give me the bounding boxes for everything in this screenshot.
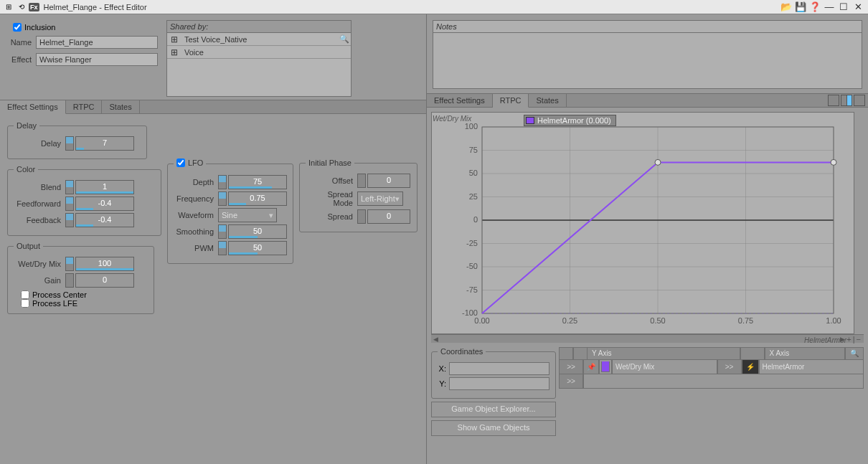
xaxis-header: X Axis bbox=[765, 347, 846, 360]
svg-text:50: 50 bbox=[469, 169, 478, 177]
svg-text:0.50: 0.50 bbox=[650, 316, 665, 325]
svg-text:0: 0 bbox=[473, 215, 478, 224]
tab-states-r[interactable]: States bbox=[529, 94, 566, 107]
shared-item[interactable]: ⊞ Voice bbox=[167, 46, 351, 59]
spread-mode-dropdown[interactable]: Left-Right bbox=[357, 191, 403, 206]
right-tabs: Effect Settings RTPC States bbox=[427, 93, 868, 108]
chart-scrollbar[interactable]: ◀▶ +|− bbox=[431, 334, 864, 343]
axis-table: Y Axis X Axis 🔍 >> 📌 Wet/Dry Mix >> ⚡ He… bbox=[559, 347, 864, 436]
process-lfe-checkbox[interactable]: Process LFE bbox=[21, 299, 148, 308]
depth-slider[interactable]: 75 bbox=[218, 175, 287, 189]
x-goto-button[interactable]: >> bbox=[717, 360, 742, 374]
svg-text:0.75: 0.75 bbox=[738, 316, 753, 325]
rtpc-chart[interactable]: Wet/Dry Mix HelmetArmor (0.000) 0.000.25… bbox=[427, 108, 868, 347]
save-icon[interactable]: 💾 bbox=[795, 1, 806, 13]
open-icon[interactable]: 📂 bbox=[780, 1, 792, 13]
layout-split[interactable] bbox=[841, 95, 852, 106]
notes-box[interactable]: Notes bbox=[433, 20, 862, 89]
feedback-slider[interactable]: -0.4 bbox=[65, 213, 134, 227]
rtpc-type-icon: ⚡ bbox=[742, 360, 759, 374]
color-group: Color Blend 1 Feedforward -0.4 bbox=[7, 165, 161, 236]
svg-text:100: 100 bbox=[465, 122, 478, 131]
yaxis-name[interactable]: Wet/Dry Mix bbox=[612, 360, 717, 374]
effect-type-input[interactable] bbox=[36, 53, 158, 66]
xaxis-btn-header bbox=[740, 347, 765, 360]
svg-text:0.00: 0.00 bbox=[474, 316, 489, 325]
shared-item[interactable]: ⊞ Test Voice_Native 🔍 bbox=[167, 33, 351, 46]
phase-group: Initial Phase Offset 0 Spread Mode Left-… bbox=[299, 158, 418, 232]
svg-text:-75: -75 bbox=[466, 285, 478, 294]
layout-single[interactable] bbox=[828, 95, 839, 106]
tab-effect-settings[interactable]: Effect Settings bbox=[0, 100, 66, 114]
lfo-group: LFO Depth 75 Frequency 0.75 bbox=[167, 158, 293, 264]
wetdry-slider[interactable]: 100 bbox=[65, 257, 134, 271]
name-input[interactable] bbox=[36, 36, 158, 49]
y-goto-button[interactable]: >> bbox=[559, 360, 583, 374]
smoothing-slider[interactable]: 50 bbox=[218, 224, 287, 239]
lfo-checkbox[interactable]: LFO bbox=[176, 158, 203, 167]
fx-icon: Fx bbox=[29, 3, 39, 11]
minimize-button[interactable]: — bbox=[824, 1, 835, 13]
help-icon[interactable]: ❓ bbox=[809, 1, 821, 13]
pin-icon[interactable]: 📌 bbox=[583, 360, 599, 374]
shared-by-header: Shared by: bbox=[167, 21, 351, 33]
link-icon: ⟲ bbox=[16, 1, 27, 13]
maximize-button[interactable]: ☐ bbox=[838, 1, 849, 13]
xaxis-name[interactable]: HelmetArmor bbox=[759, 360, 864, 374]
bus-icon: ⊞ bbox=[167, 34, 181, 44]
tab-rtpc-r[interactable]: RTPC bbox=[493, 94, 529, 108]
titlebar: ⊞ ⟲ Fx Helmet_Flange - Effect Editor 📂 💾… bbox=[0, 0, 868, 14]
axis-row[interactable]: >> 📌 Wet/Dry Mix >> ⚡ HelmetArmor bbox=[559, 360, 864, 374]
delay-slider[interactable]: 7 bbox=[65, 136, 134, 151]
left-tabs: Effect Settings RTPC States bbox=[0, 100, 426, 114]
effect-label: Effect bbox=[6, 55, 32, 64]
app-icon: ⊞ bbox=[3, 1, 14, 13]
svg-text:1.00: 1.00 bbox=[826, 316, 841, 325]
output-group: Output Wet/Dry Mix 100 Gain 0 bbox=[7, 242, 154, 314]
svg-point-31 bbox=[655, 159, 661, 165]
left-pane: Inclusion Name Effect Shared by: ⊞ Test … bbox=[0, 14, 427, 464]
search-icon[interactable]: 🔍 bbox=[338, 34, 351, 44]
inclusion-checkbox[interactable]: Inclusion bbox=[13, 23, 158, 32]
svg-point-32 bbox=[831, 159, 836, 165]
svg-text:0.25: 0.25 bbox=[562, 316, 577, 325]
window-title: Helmet_Flange - Effect Editor bbox=[41, 3, 147, 11]
tab-effect-settings-r[interactable]: Effect Settings bbox=[427, 94, 493, 107]
layout-full[interactable] bbox=[854, 95, 865, 106]
svg-text:75: 75 bbox=[469, 146, 478, 154]
series-color[interactable] bbox=[599, 360, 612, 374]
frequency-slider[interactable]: 0.75 bbox=[218, 191, 287, 206]
name-label: Name bbox=[6, 38, 32, 47]
gain-slider[interactable]: 0 bbox=[65, 273, 134, 288]
show-game-objects-button[interactable]: Show Game Objects bbox=[431, 420, 556, 436]
process-center-checkbox[interactable]: Process Center bbox=[21, 290, 148, 299]
coordinates-group: Coordinates X: Y: bbox=[431, 347, 556, 399]
blend-slider[interactable]: 1 bbox=[65, 180, 134, 194]
svg-text:25: 25 bbox=[469, 192, 478, 201]
yaxis-header: Y Axis bbox=[588, 347, 740, 360]
coord-y-input[interactable] bbox=[449, 377, 549, 390]
chart-legend: HelmetArmor (0.000) bbox=[524, 115, 616, 126]
pin-header bbox=[573, 347, 588, 360]
chart-svg[interactable]: 0.000.250.500.751.001007550250-25-50-75-… bbox=[431, 112, 854, 334]
offset-slider[interactable]: 0 bbox=[357, 174, 410, 188]
spread-slider[interactable]: 0 bbox=[357, 209, 410, 224]
tab-rtpc[interactable]: RTPC bbox=[66, 100, 103, 113]
axis-row-empty[interactable]: >> bbox=[559, 374, 864, 389]
svg-text:-50: -50 bbox=[466, 262, 478, 270]
close-button[interactable]: ✕ bbox=[852, 1, 864, 13]
game-object-explorer-button[interactable]: Game Object Explorer... bbox=[431, 402, 556, 417]
bus-icon: ⊞ bbox=[167, 47, 181, 57]
svg-text:-25: -25 bbox=[466, 239, 478, 247]
pwm-slider[interactable]: 50 bbox=[218, 241, 287, 255]
coord-x-input[interactable] bbox=[449, 362, 549, 375]
delay-group: Delay Delay 7 bbox=[7, 121, 147, 159]
search-header[interactable]: 🔍 bbox=[845, 347, 864, 360]
axis-header-blank bbox=[559, 347, 573, 360]
waveform-dropdown[interactable]: Sine bbox=[218, 208, 277, 222]
feedforward-slider[interactable]: -0.4 bbox=[65, 197, 134, 211]
tab-states[interactable]: States bbox=[102, 100, 139, 113]
svg-text:-100: -100 bbox=[462, 308, 478, 317]
inclusion-label: Inclusion bbox=[24, 23, 55, 32]
shared-by-box: Shared by: ⊞ Test Voice_Native 🔍 ⊞ Voice bbox=[166, 20, 352, 97]
